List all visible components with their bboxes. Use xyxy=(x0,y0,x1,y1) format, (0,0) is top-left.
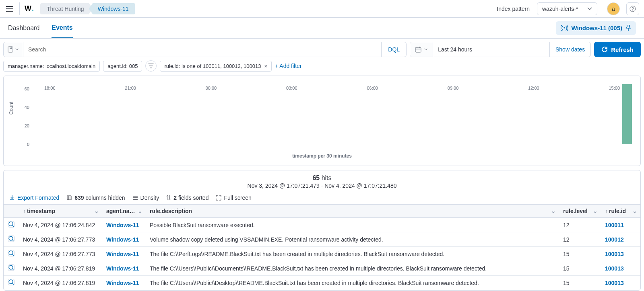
cell-agent-name[interactable]: Windows-11 xyxy=(102,232,146,247)
tab-dashboard[interactable]: Dashboard xyxy=(8,18,39,38)
refresh-label: Refresh xyxy=(611,46,634,53)
hamburger-icon xyxy=(6,6,13,12)
chart-x-axis xyxy=(32,144,632,144)
module-subtabs: Dashboard Events Windows-11 (005) xyxy=(0,18,644,39)
tab-events[interactable]: Events xyxy=(52,18,72,38)
chart-y-tick: 60 xyxy=(25,86,29,91)
chart-x-tick: 09:00 xyxy=(448,86,459,90)
col-rule-description[interactable]: rule.description⌄ xyxy=(146,205,559,218)
col-agent-name[interactable]: agent.na…⌄ xyxy=(102,205,146,218)
chevron-down-icon xyxy=(15,48,19,51)
chart-x-tick: 21:00 xyxy=(125,86,136,90)
table-row[interactable]: Nov 4, 2024 @ 17:06:27.773Windows-11The … xyxy=(4,247,640,261)
filter-pill[interactable]: rule.id: is one of 100011, 100012, 10001… xyxy=(160,61,272,72)
cell-agent-name[interactable]: Windows-11 xyxy=(102,261,146,276)
inspect-icon xyxy=(8,221,14,227)
columns-icon xyxy=(66,195,72,201)
table-row[interactable]: Nov 4, 2024 @ 17:06:27.773Windows-11Volu… xyxy=(4,232,640,247)
col-inspect xyxy=(4,205,19,218)
svg-point-10 xyxy=(9,265,13,269)
table-row[interactable]: Nov 4, 2024 @ 17:06:27.819Windows-11The … xyxy=(4,261,640,276)
filter-icon xyxy=(148,64,154,68)
svg-point-4 xyxy=(9,222,13,226)
cell-agent-name[interactable]: Windows-11 xyxy=(102,247,146,261)
chart-x-tick: 06:00 xyxy=(367,86,378,90)
table-row[interactable]: Nov 4, 2024 @ 17:06:24.842Windows-11Poss… xyxy=(4,218,640,232)
hamburger-menu-button[interactable] xyxy=(5,4,14,14)
inspect-doc-button[interactable] xyxy=(4,276,19,290)
col-rule-level[interactable]: rule.level⌄ xyxy=(559,205,601,218)
time-range-display[interactable]: Last 24 hours xyxy=(433,42,549,57)
breadcrumb-windows-11[interactable]: Windows-11 xyxy=(89,3,135,14)
cell-rule-description: The file C:\\Users\\Public\\Desktop\\REA… xyxy=(146,276,559,290)
add-filter-button[interactable]: + Add filter xyxy=(275,63,302,69)
export-button[interactable]: Export Formated xyxy=(9,195,59,201)
filter-edit-button[interactable] xyxy=(145,60,157,72)
sort-icon xyxy=(166,195,171,201)
hits-header: 65 hits Nov 3, 2024 @ 17:07:21.479 - Nov… xyxy=(4,170,640,192)
inspect-doc-button[interactable] xyxy=(4,247,19,261)
query-bar: DQL Last 24 hours Show dates Refresh xyxy=(3,42,641,57)
cell-rule-description: Volume shadow copy deleted using VSSADMI… xyxy=(146,232,559,247)
results-panel: 65 hits Nov 3, 2024 @ 17:07:21.479 - Nov… xyxy=(3,170,641,291)
table-toolbar: Export Formated 639 columns hidden Densi… xyxy=(4,192,640,204)
filter-pill[interactable]: manager.name: localhost.localdomain xyxy=(3,61,100,72)
time-picker: Last 24 hours Show dates xyxy=(410,42,591,57)
columns-hidden-button[interactable]: 639 columns hidden xyxy=(66,195,125,201)
filter-bar: manager.name: localhost.localdomainagent… xyxy=(3,57,641,75)
filter-options-button[interactable] xyxy=(4,42,23,57)
fullscreen-icon xyxy=(216,195,221,201)
breadcrumb-threat-hunting[interactable]: Threat Hunting xyxy=(40,3,93,14)
svg-point-8 xyxy=(9,251,13,255)
inspect-doc-button[interactable] xyxy=(4,218,19,232)
cell-rule-id[interactable]: 100013 xyxy=(601,261,640,276)
cell-rule-description: Possible BlackSuit ransomware executed. xyxy=(146,218,559,232)
agent-badge[interactable]: Windows-11 (005) xyxy=(556,21,636,35)
cell-rule-level: 15 xyxy=(559,247,601,261)
chart-x-tick: 15:00 xyxy=(609,86,620,90)
chart-x-tick: 12:00 xyxy=(528,86,539,90)
chart-y-tick: 40 xyxy=(25,105,29,110)
table-row[interactable]: Nov 4, 2024 @ 17:06:27.819Windows-11The … xyxy=(4,276,640,290)
search-input[interactable] xyxy=(23,42,381,57)
cell-timestamp: Nov 4, 2024 @ 17:06:27.773 xyxy=(19,232,102,247)
pin-icon xyxy=(625,25,631,31)
refresh-icon xyxy=(601,46,608,53)
results-table: ↑timestamp⌄ agent.na…⌄ rule.description⌄… xyxy=(4,204,640,290)
calendar-icon xyxy=(415,46,421,53)
cell-rule-id[interactable]: 100011 xyxy=(601,218,640,232)
cell-rule-id[interactable]: 100013 xyxy=(601,247,640,261)
dql-toggle[interactable]: DQL xyxy=(381,42,406,57)
chart-y-axis-label: Count xyxy=(8,101,14,114)
cell-agent-name[interactable]: Windows-11 xyxy=(102,276,146,290)
wazuh-logo[interactable]: W. xyxy=(25,4,34,13)
cell-timestamp: Nov 4, 2024 @ 17:06:27.773 xyxy=(19,247,102,261)
index-pattern-select[interactable]: wazuh-alerts-* xyxy=(537,2,597,15)
close-icon[interactable]: × xyxy=(264,63,267,69)
inspect-doc-button[interactable] xyxy=(4,232,19,247)
user-avatar[interactable]: a xyxy=(607,2,620,15)
svg-text:?: ? xyxy=(632,7,634,11)
show-dates-button[interactable]: Show dates xyxy=(549,42,590,57)
cell-rule-level: 15 xyxy=(559,276,601,290)
inspect-doc-button[interactable] xyxy=(4,261,19,276)
chart-bar[interactable] xyxy=(622,84,632,144)
full-screen-button[interactable]: Full screen xyxy=(216,195,251,201)
cell-rule-id[interactable]: 100013 xyxy=(601,276,640,290)
refresh-button[interactable]: Refresh xyxy=(594,42,641,57)
cell-rule-level: 15 xyxy=(559,261,601,276)
inspect-icon xyxy=(8,236,14,242)
cell-rule-id[interactable]: 100012 xyxy=(601,232,640,247)
col-timestamp[interactable]: ↑timestamp⌄ xyxy=(19,205,102,218)
density-button[interactable]: Density xyxy=(132,195,159,201)
histogram-panel: Count 020406018:0021:0000:0003:0006:0009… xyxy=(3,76,641,166)
cell-timestamp: Nov 4, 2024 @ 17:06:24.842 xyxy=(19,218,102,232)
col-rule-id[interactable]: ↑rule.id⌄ xyxy=(601,205,640,218)
fields-sorted-button[interactable]: 2 fields sorted xyxy=(166,195,208,201)
time-quick-select[interactable] xyxy=(410,42,433,57)
chart-plot-area[interactable]: 020406018:0021:0000:0003:0006:0009:0012:… xyxy=(32,84,632,144)
help-button[interactable]: ? xyxy=(626,2,639,15)
cell-agent-name[interactable]: Windows-11 xyxy=(102,218,146,232)
filter-pill[interactable]: agent.id: 005 xyxy=(103,61,142,72)
broadcast-icon xyxy=(561,25,568,32)
